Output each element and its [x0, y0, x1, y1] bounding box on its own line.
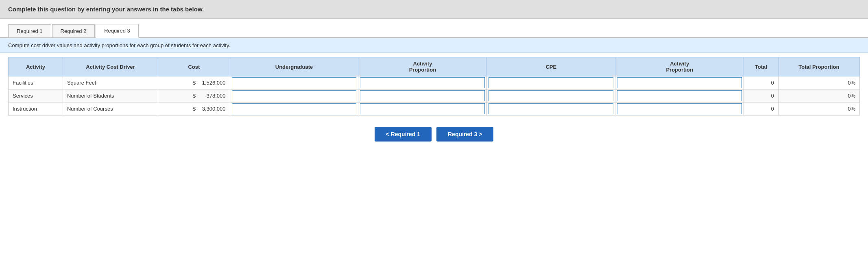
col-header-act-prop-2: ActivityProportion [615, 57, 744, 76]
cell-driver: Number of Courses [63, 102, 158, 115]
input-act-prop2-1[interactable] [617, 90, 742, 101]
table-row: Services Number of Students $ 378,000 0 … [9, 89, 860, 102]
col-header-undergraduate: Undergraduate [230, 57, 358, 76]
table-row: Facilities Square Feet $ 1,526,000 0 0% [9, 76, 860, 89]
cell-undergraduate[interactable] [230, 76, 358, 89]
cell-act-prop-2[interactable] [615, 89, 744, 102]
cell-act-prop-1[interactable] [358, 89, 487, 102]
nav-buttons-area: < Required 1 Required 3 > [0, 120, 868, 149]
input-act-prop2-0[interactable] [617, 77, 742, 88]
cell-cpe[interactable] [487, 76, 615, 89]
cell-total: 0 [744, 89, 779, 102]
col-header-act-prop-1: ActivityProportion [358, 57, 487, 76]
table-row: Instruction Number of Courses $ 3,300,00… [9, 102, 860, 115]
instruction-text: Compute cost driver values and activity … [8, 42, 230, 48]
banner-text: Complete this question by entering your … [8, 6, 204, 13]
cell-cost: $ 378,000 [158, 89, 230, 102]
input-undergraduate-2[interactable] [232, 103, 357, 114]
input-act-prop1-2[interactable] [360, 103, 485, 114]
cell-total-prop: 0% [778, 76, 859, 89]
cell-act-prop-1[interactable] [358, 102, 487, 115]
cell-undergraduate[interactable] [230, 102, 358, 115]
input-act-prop2-2[interactable] [617, 103, 742, 114]
col-header-activity: Activity [9, 57, 63, 76]
col-header-cost: Cost [158, 57, 230, 76]
table-container: Activity Activity Cost Driver Cost Under… [0, 53, 868, 120]
prev-button[interactable]: < Required 1 [375, 127, 432, 142]
input-act-prop1-1[interactable] [360, 90, 485, 101]
col-header-driver: Activity Cost Driver [63, 57, 158, 76]
col-header-total: Total [744, 57, 779, 76]
next-button[interactable]: Required 3 > [436, 127, 493, 142]
input-undergraduate-1[interactable] [232, 90, 357, 101]
col-header-cpe: CPE [487, 57, 615, 76]
col-header-total-prop: Total Proportion [778, 57, 859, 76]
cell-total-prop: 0% [778, 102, 859, 115]
cell-total: 0 [744, 102, 779, 115]
cell-total: 0 [744, 76, 779, 89]
tab-required1[interactable]: Required 1 [8, 24, 51, 38]
input-act-prop1-0[interactable] [360, 77, 485, 88]
tabs-container: Required 1 Required 2 Required 3 [0, 19, 868, 38]
cell-driver: Number of Students [63, 89, 158, 102]
cell-cost: $ 1,526,000 [158, 76, 230, 89]
input-cpe-1[interactable] [489, 90, 613, 101]
activity-table: Activity Activity Cost Driver Cost Under… [8, 57, 860, 115]
cell-act-prop-1[interactable] [358, 76, 487, 89]
instruction-bar: Compute cost driver values and activity … [0, 38, 868, 53]
cell-act-prop-2[interactable] [615, 102, 744, 115]
cell-activity: Facilities [9, 76, 63, 89]
top-banner: Complete this question by entering your … [0, 0, 868, 19]
cell-act-prop-2[interactable] [615, 76, 744, 89]
cell-activity: Instruction [9, 102, 63, 115]
input-cpe-0[interactable] [489, 77, 613, 88]
input-cpe-2[interactable] [489, 103, 613, 114]
cell-cpe[interactable] [487, 102, 615, 115]
cell-activity: Services [9, 89, 63, 102]
cell-undergraduate[interactable] [230, 89, 358, 102]
cell-total-prop: 0% [778, 89, 859, 102]
cell-cost: $ 3,300,000 [158, 102, 230, 115]
cell-driver: Square Feet [63, 76, 158, 89]
input-undergraduate-0[interactable] [232, 77, 357, 88]
table-header-row: Activity Activity Cost Driver Cost Under… [9, 57, 860, 76]
tab-required3[interactable]: Required 3 [96, 24, 139, 38]
cell-cpe[interactable] [487, 89, 615, 102]
tab-required2[interactable]: Required 2 [52, 24, 95, 38]
